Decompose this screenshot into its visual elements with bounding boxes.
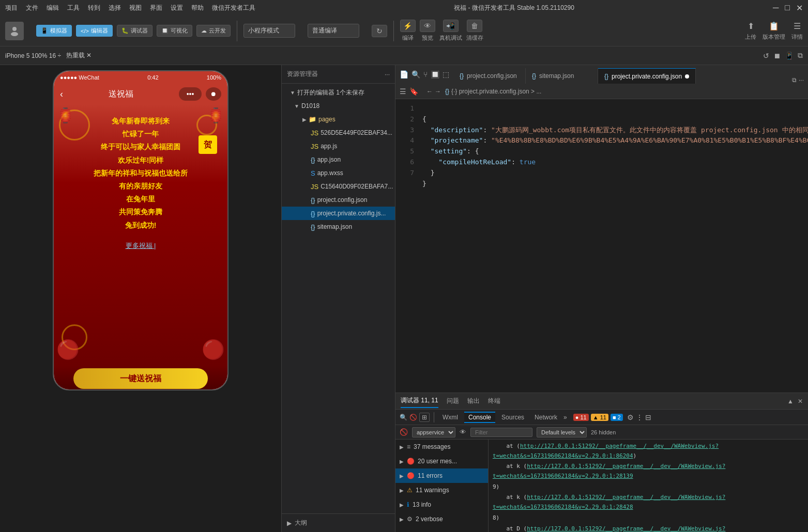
- console-tab-wxml[interactable]: Wxml: [438, 413, 462, 422]
- menu-item-project[interactable]: 项目: [5, 4, 18, 12]
- console-inspect-icon[interactable]: 🔍: [400, 414, 407, 421]
- console-dock-icon[interactable]: ⊞: [419, 413, 430, 422]
- pages-folder[interactable]: ▶ 📁 pages: [282, 113, 395, 126]
- minimize-button[interactable]: ─: [773, 3, 779, 13]
- search-tab-icon[interactable]: 🔍: [411, 70, 420, 79]
- log-link-1[interactable]: http://127.0.0.1:51292/__pageframe__/__d…: [493, 443, 719, 459]
- log-link-3[interactable]: http://127.0.0.1:51292/__pageframe__/__d…: [493, 494, 725, 510]
- menu-item-view[interactable]: 视图: [129, 4, 142, 12]
- filter-input[interactable]: [470, 428, 532, 437]
- editor-btn[interactable]: </> 编辑器: [76, 25, 113, 37]
- file-project-private[interactable]: {} project.private.config.js...: [282, 207, 395, 220]
- refresh-icon[interactable]: ↺: [763, 52, 769, 60]
- file-526d[interactable]: JS 526D5E449F02EBAF34...: [282, 126, 395, 139]
- compile-btn[interactable]: ⚡: [400, 20, 416, 32]
- log-user[interactable]: ▶ 🔴 20 user mes...: [395, 454, 488, 468]
- menu-item-file[interactable]: 文件: [26, 4, 38, 12]
- debug-tab-issues[interactable]: 问题: [447, 395, 459, 408]
- menu-item-tools[interactable]: 工具: [67, 4, 80, 12]
- version-group[interactable]: 📋 版本管理: [763, 21, 785, 41]
- detail-group[interactable]: ☰ 详情: [791, 21, 803, 41]
- menu-item-select[interactable]: 选择: [109, 4, 121, 12]
- more-button[interactable]: •••: [179, 87, 202, 101]
- menu-item-wechat[interactable]: 微信开发者工具: [212, 4, 255, 12]
- file-appjs[interactable]: JS app.js: [282, 139, 395, 153]
- real-device-btn[interactable]: 📲: [443, 20, 459, 32]
- preview-btn[interactable]: 👁: [420, 20, 435, 32]
- file-project-config[interactable]: {} project.config.json: [282, 193, 395, 207]
- git-tab-icon[interactable]: ⑂: [423, 70, 428, 79]
- more-tabs-icon[interactable]: ···: [799, 76, 804, 84]
- real-device-group[interactable]: 📲 真机调试: [439, 20, 462, 42]
- simulator-toggle[interactable]: 📱 模拟器: [36, 25, 72, 37]
- debug-close-icon[interactable]: ✕: [798, 398, 803, 405]
- log-link-2[interactable]: http://127.0.0.1:51292/__pageframe__/__d…: [493, 463, 725, 479]
- more-blessing-link[interactable]: 更多祝福 |: [126, 241, 156, 251]
- console-more-icon[interactable]: ⋮: [636, 413, 643, 421]
- refresh-btn[interactable]: ↻: [372, 25, 387, 37]
- compile-group[interactable]: ⚡ 编译: [400, 20, 416, 42]
- version-icon[interactable]: 📋: [769, 21, 779, 31]
- menu-item-goto[interactable]: 转到: [88, 4, 100, 12]
- stop-icon[interactable]: ⏹: [773, 52, 781, 60]
- console-clear-btn[interactable]: 🚫: [400, 428, 408, 436]
- split-icon[interactable]: ⧉: [798, 51, 803, 60]
- cloud-btn[interactable]: ☁ 云开发: [196, 25, 231, 37]
- phone-icon[interactable]: 📱: [785, 52, 794, 60]
- code-content[interactable]: { "description": "大鹏源码网_wobbt.com项目私有配置文…: [416, 99, 808, 393]
- hot-reload-toggle[interactable]: 热重载 ✕: [66, 51, 92, 60]
- upload-group[interactable]: ⬆ 上传: [745, 21, 756, 41]
- log-warnings[interactable]: ▶ ⚠ 11 warnings: [395, 483, 488, 497]
- close-button[interactable]: ✕: [796, 3, 803, 13]
- debug-tab-terminal[interactable]: 终端: [488, 395, 500, 408]
- log-info[interactable]: ▶ ℹ 13 info: [395, 497, 488, 512]
- console-clear-icon[interactable]: 🚫: [409, 414, 417, 421]
- detail-icon[interactable]: ☰: [794, 21, 801, 31]
- file-c156[interactable]: JS C15640D09F02EBAFA7...: [282, 180, 395, 193]
- eye-icon[interactable]: 👁: [460, 428, 466, 436]
- debug-tab-output[interactable]: 输出: [467, 395, 480, 408]
- nav-forward-icon[interactable]: →: [435, 88, 441, 95]
- log-link-4[interactable]: http://127.0.0.1:51292/__pageframe__/__d…: [493, 525, 725, 533]
- console-settings-icon[interactable]: ⚙: [627, 413, 634, 421]
- debug-collapse-icon[interactable]: ▲: [787, 398, 794, 405]
- debugger-toggle[interactable]: 🐛 调试器: [117, 25, 153, 37]
- explorer-more-icon[interactable]: ···: [385, 71, 390, 78]
- window-controls[interactable]: ─ □ ✕: [773, 3, 803, 13]
- explorer-tab-icon[interactable]: 📄: [400, 70, 408, 79]
- console-tab-console[interactable]: Console: [464, 412, 495, 423]
- compile-dropdown[interactable]: 普通编译: [308, 24, 359, 38]
- context-selector[interactable]: appservice: [412, 427, 455, 437]
- console-tab-sources[interactable]: Sources: [497, 413, 528, 422]
- tab-project-config[interactable]: {} project.config.json: [453, 68, 526, 84]
- cloud-toggle[interactable]: ☁ 云开发: [196, 25, 231, 37]
- file-appwxss[interactable]: S app.wxss: [282, 166, 395, 180]
- upload-icon[interactable]: ⬆: [748, 21, 754, 31]
- send-blessing-button[interactable]: 一键送祝福: [73, 368, 208, 389]
- record-button[interactable]: ⏺: [206, 87, 221, 101]
- preview-group[interactable]: 👁 预览: [420, 20, 435, 42]
- visual-toggle[interactable]: 🔲 可视化: [157, 25, 192, 37]
- project-header[interactable]: ▼ D1018: [282, 99, 395, 113]
- debugger-btn[interactable]: 🐛 调试器: [117, 25, 153, 37]
- editor-toggle[interactable]: </> 编辑器: [76, 25, 113, 37]
- menu-item-help[interactable]: 帮助: [191, 4, 204, 12]
- file-sitemap[interactable]: {} sitemap.json: [282, 220, 395, 233]
- console-tab-network[interactable]: Network: [530, 413, 561, 422]
- device-selector[interactable]: iPhone 5 100% 16 ÷: [5, 52, 61, 59]
- console-sidebar-icon[interactable]: ⊟: [645, 413, 651, 421]
- outline-section[interactable]: ▶ 大纲: [282, 513, 395, 532]
- menu-item-edit[interactable]: 编辑: [47, 4, 59, 12]
- menu-item-ui[interactable]: 界面: [150, 4, 162, 12]
- visual-btn[interactable]: 🔲 可视化: [157, 25, 192, 37]
- simulator-btn[interactable]: 📱 模拟器: [36, 25, 72, 37]
- clear-btn[interactable]: 🗑: [467, 20, 482, 32]
- back-history-icon[interactable]: ☰: [400, 87, 406, 96]
- maximize-button[interactable]: □: [785, 3, 790, 13]
- mode-dropdown[interactable]: 小程序模式: [243, 24, 295, 38]
- log-verbose[interactable]: ▶ ⚙ 2 verbose: [395, 512, 488, 526]
- clear-group[interactable]: 🗑 清缓存: [466, 20, 483, 42]
- nav-back-icon[interactable]: ←: [426, 88, 433, 95]
- levels-selector[interactable]: Default levels: [537, 427, 587, 437]
- open-editors-header[interactable]: ▼ 打开的编辑器 1个未保存: [282, 86, 395, 99]
